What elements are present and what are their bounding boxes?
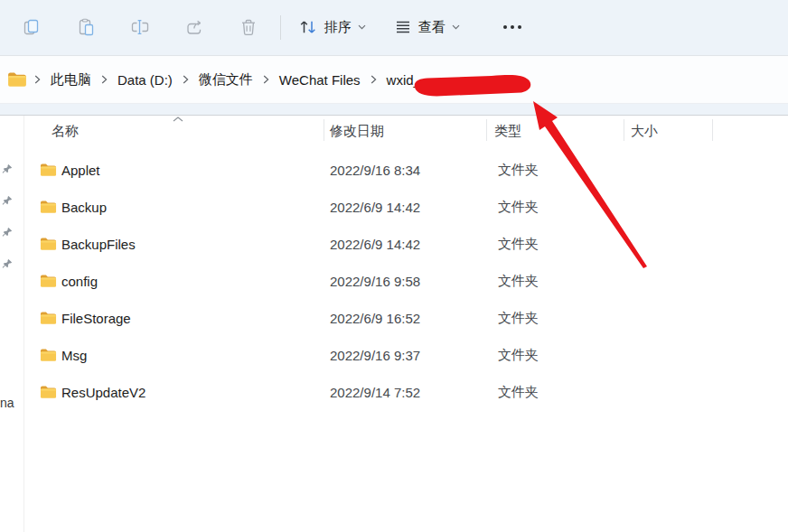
list-header: 名称 修改日期 类型 大小 [0,116,788,148]
file-row[interactable]: ResUpdateV2 2022/9/14 7:52 文件夹 [0,373,788,410]
file-name: FileStorage [61,310,131,325]
file-date: 2022/9/16 9:58 [330,273,420,288]
view-label: 查看 [418,19,446,36]
breadcrumb-chevron-icon [30,75,45,84]
file-type: 文件夹 [498,309,539,326]
copy-icon [23,18,41,36]
column-resize-handle[interactable] [712,119,713,141]
file-name: ResUpdateV2 [61,384,145,399]
ellipsis-icon [503,25,521,29]
folder-icon [40,200,57,214]
file-row[interactable]: Backup 2022/6/9 14:42 文件夹 [0,188,788,225]
file-row[interactable]: Msg 2022/9/16 9:37 文件夹 [0,336,788,373]
share-button[interactable] [176,9,212,45]
breadcrumb-item-wechat-folder[interactable]: 微信文件 [193,68,258,92]
breadcrumb-item-wxid[interactable]: wxid_ [381,69,427,91]
file-date: 2022/6/9 14:42 [330,199,420,214]
column-resize-handle[interactable] [624,119,624,141]
file-row[interactable]: Applet 2022/9/16 8:34 文件夹 [0,151,788,188]
paste-icon [77,18,95,36]
breadcrumb-chevron-icon [97,75,112,84]
file-date: 2022/6/9 16:52 [330,310,420,325]
folder-icon [40,311,57,325]
file-row[interactable]: config 2022/9/16 9:58 文件夹 [0,262,788,299]
file-name: Applet [61,162,100,177]
sort-label: 排序 [324,19,352,36]
file-date: 2022/9/14 7:52 [330,384,420,399]
delete-button[interactable] [230,9,267,45]
more-options-button[interactable] [491,9,534,45]
column-resize-handle[interactable] [486,119,487,141]
view-button[interactable]: 查看 [387,9,467,45]
chevron-down-icon [452,24,460,30]
folder-icon [40,385,57,399]
chevron-down-icon [358,24,366,30]
file-date: 2022/9/16 8:34 [330,162,420,177]
folder-icon [40,163,57,177]
file-type: 文件夹 [498,346,539,363]
address-bar[interactable]: 此电脑 Data (D:) 微信文件 WeChat Files wxid_ [0,56,788,104]
file-name: Backup [61,199,107,214]
file-row[interactable]: BackupFiles 2022/6/9 14:42 文件夹 [0,225,788,262]
folder-icon [40,274,57,288]
sort-ascending-caret-icon [173,117,183,122]
breadcrumb: 此电脑 Data (D:) 微信文件 WeChat Files wxid_ [0,68,427,92]
file-date: 2022/6/9 14:42 [330,236,420,251]
breadcrumb-item-data-d[interactable]: Data (D:) [112,69,178,91]
breadcrumb-folder-button[interactable] [5,70,30,89]
breadcrumb-chevron-icon [178,75,193,84]
column-header-type[interactable]: 类型 [494,123,521,140]
breadcrumb-item-wechat-files[interactable]: WeChat Files [274,69,366,91]
column-header-size[interactable]: 大小 [631,123,658,140]
file-date: 2022/9/16 9:37 [330,347,420,362]
folder-icon [40,348,57,362]
breadcrumb-chevron-icon [366,75,381,84]
toolbar: 排序 查看 [0,0,788,56]
folder-icon [40,237,57,251]
rename-button[interactable] [122,9,158,45]
column-header-date[interactable]: 修改日期 [330,123,384,140]
column-resize-handle[interactable] [324,119,324,141]
copy-button[interactable] [14,9,50,45]
paste-button[interactable] [68,9,104,45]
file-name: BackupFiles [61,236,136,251]
breadcrumb-chevron-icon [258,75,274,84]
breadcrumb-item-this-pc[interactable]: 此电脑 [45,68,97,92]
file-type: 文件夹 [498,383,539,400]
share-icon [185,18,203,36]
sort-arrows-icon [298,18,318,36]
column-header-name[interactable]: 名称 [52,123,79,140]
view-lines-icon [394,18,412,36]
file-row[interactable]: FileStorage 2022/6/9 16:52 文件夹 [0,299,788,336]
file-type: 文件夹 [498,198,539,215]
delete-icon [239,18,258,36]
toolbar-separator [280,15,281,40]
file-name: Msg [61,347,87,362]
rename-icon [131,18,149,36]
file-type: 文件夹 [498,235,539,252]
folder-icon [7,71,27,88]
file-name: config [61,273,98,288]
sort-button[interactable]: 排序 [291,9,373,45]
file-type: 文件夹 [498,272,539,289]
addressbar-content-gap [0,104,788,116]
file-list: Applet 2022/9/16 8:34 文件夹 Backup 2022/6/… [0,151,788,410]
file-type: 文件夹 [498,161,539,178]
file-list-pane: na 名称 修改日期 类型 大小 Applet 2022/9/16 8:34 文… [0,116,788,532]
